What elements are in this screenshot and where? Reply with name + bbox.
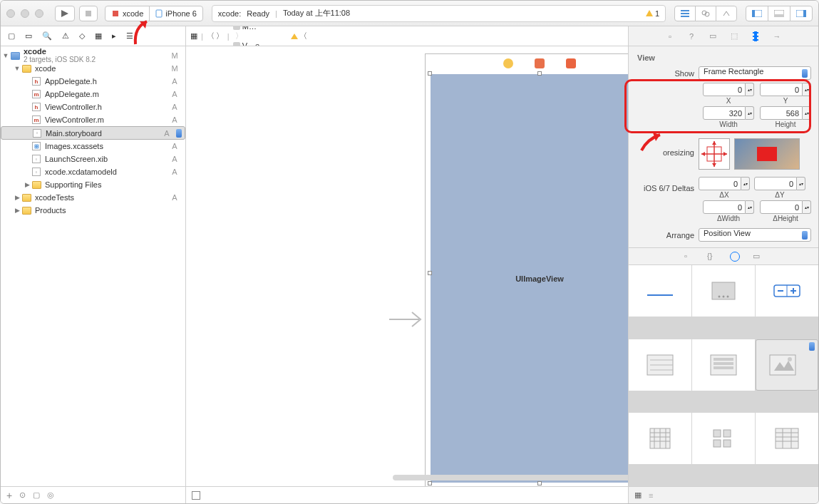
- toggle-navigator-button[interactable]: [746, 6, 768, 21]
- file-template-lib-icon[interactable]: ▫: [684, 252, 694, 262]
- lib-view-list-icon[interactable]: ≡: [649, 491, 653, 500]
- dw-input[interactable]: [703, 200, 746, 214]
- scm-status: A: [170, 168, 180, 176]
- tree-row[interactable]: ⊞Images.xcassetsA: [1, 140, 185, 153]
- dh-stepper[interactable]: ▴▾: [760, 200, 811, 214]
- connections-inspector-icon[interactable]: →: [772, 31, 782, 41]
- destination-selector[interactable]: iPhone 6: [149, 6, 202, 21]
- standard-editor-button[interactable]: [674, 6, 696, 21]
- autoresizing-control[interactable]: [699, 138, 730, 170]
- test-nav-icon[interactable]: ◇: [79, 31, 85, 41]
- interface-builder-canvas[interactable]: UIImageView View Contro UIImageVi: [186, 46, 628, 486]
- tree-row[interactable]: hAppDelegate.hA: [1, 75, 185, 88]
- filter-recent-icon[interactable]: ⊙: [19, 490, 26, 500]
- file-icon: m: [31, 88, 42, 100]
- report-nav-icon[interactable]: ☰: [126, 31, 133, 41]
- related-items-icon[interactable]: ▦: [190, 31, 197, 41]
- height-stepper[interactable]: ▴▾: [760, 106, 811, 120]
- dy-input[interactable]: [754, 177, 797, 190]
- horizontal-scrollbar[interactable]: [393, 475, 628, 480]
- file-icon: [21, 192, 32, 203]
- x-stepper[interactable]: ▴▾: [703, 83, 754, 96]
- debug-nav-icon[interactable]: ▦: [95, 31, 102, 41]
- root-view-1[interactable]: UIImageView: [431, 74, 628, 483]
- breadcrumb-item[interactable]: V…e: [233, 41, 283, 46]
- navigator-tabs: ▢ ▭ 🔍 ⚠ ◇ ▦ ▸ ☰: [1, 26, 185, 46]
- code-snippet-lib-icon[interactable]: {}: [707, 252, 717, 262]
- run-button[interactable]: [55, 6, 75, 21]
- tree-row[interactable]: ▫LaunchScreen.xibA: [1, 153, 185, 165]
- lib-item-tableview[interactable]: [629, 413, 691, 464]
- file-inspector-icon[interactable]: ▫: [665, 31, 675, 41]
- tree-row[interactable]: ▫xcode.xcdatamodeldA: [1, 165, 185, 178]
- height-input[interactable]: [760, 106, 803, 120]
- symbol-nav-icon[interactable]: ▭: [25, 31, 32, 41]
- stop-button[interactable]: [79, 6, 98, 21]
- close-dot[interactable]: [6, 9, 15, 18]
- dx-stepper[interactable]: ▴▾: [699, 177, 750, 190]
- quick-help-icon[interactable]: ?: [686, 31, 696, 41]
- filter-scm-icon[interactable]: ▢: [33, 490, 40, 500]
- breakpoint-nav-icon[interactable]: ▸: [112, 31, 116, 41]
- media-lib-icon[interactable]: ▭: [753, 252, 763, 262]
- identity-inspector-icon[interactable]: ▭: [708, 31, 718, 41]
- show-select[interactable]: Frame Rectangle: [699, 66, 811, 80]
- filter-icon[interactable]: ◎: [47, 490, 54, 500]
- tree-row[interactable]: ▶Supporting Files: [1, 178, 185, 191]
- lib-item-label[interactable]: [629, 265, 691, 317]
- jump-nav-prev-icon[interactable]: 〈: [299, 31, 307, 41]
- tree-row[interactable]: mAppDelegate.mA: [1, 88, 185, 101]
- tree-row[interactable]: mViewController.mA: [1, 113, 185, 126]
- tree-row[interactable]: ▼xcodeM: [1, 62, 185, 75]
- scheme-selector[interactable]: xcode: [105, 6, 150, 21]
- width-stepper[interactable]: ▴▾: [703, 106, 754, 120]
- toggle-utilities-button[interactable]: [790, 6, 813, 21]
- toggle-debug-button[interactable]: [768, 6, 790, 21]
- dx-input[interactable]: [699, 177, 741, 190]
- lib-item-textfield[interactable]: [629, 339, 691, 391]
- project-tree[interactable]: ▼ xcode 2 targets, iOS SDK 8.2 M ▼xcodeM…: [1, 46, 185, 486]
- lib-item-imageview[interactable]: [756, 339, 818, 391]
- dx-label: ΔX: [719, 191, 728, 199]
- tree-row[interactable]: ▫Main.storyboardA: [1, 126, 185, 140]
- back-button[interactable]: 〈: [207, 31, 215, 41]
- y-stepper[interactable]: ▴▾: [760, 83, 811, 96]
- object-lib-icon[interactable]: [730, 252, 740, 262]
- lib-item-segmented[interactable]: [756, 265, 818, 317]
- file-label: ViewController.h: [45, 103, 170, 111]
- project-nav-icon[interactable]: ▢: [8, 31, 15, 41]
- view-controller-scene-1[interactable]: UIImageView: [425, 53, 628, 486]
- library-grid[interactable]: [629, 265, 818, 486]
- issue-nav-icon[interactable]: ⚠: [62, 31, 69, 41]
- jump-bar[interactable]: ▦ | 〈 〉 | xcode〉 x…〉 M…〉 M…〉 V…e〉 V…r〉 V…: [186, 26, 628, 46]
- lib-item-picker[interactable]: [756, 413, 818, 464]
- dy-stepper[interactable]: ▴▾: [754, 177, 805, 190]
- min-dot[interactable]: [21, 9, 29, 18]
- warning-indicator[interactable]: 1: [646, 9, 659, 18]
- dh-input[interactable]: [760, 200, 803, 214]
- find-nav-icon[interactable]: 🔍: [42, 31, 52, 41]
- dw-stepper[interactable]: ▴▾: [703, 200, 754, 214]
- lib-item-collectionview[interactable]: [692, 413, 755, 464]
- lib-item-slider[interactable]: [692, 339, 755, 391]
- attributes-inspector-icon[interactable]: ⬚: [729, 31, 739, 41]
- lib-item-button[interactable]: [692, 265, 755, 317]
- breadcrumb-item[interactable]: M…: [233, 26, 283, 31]
- jump-warning-icon[interactable]: [291, 34, 298, 39]
- add-button[interactable]: +: [6, 490, 12, 501]
- zoom-dot[interactable]: [35, 9, 43, 18]
- size-inspector-icon[interactable]: [751, 31, 761, 41]
- tree-row[interactable]: hViewController.hA: [1, 101, 185, 113]
- project-root-row[interactable]: ▼ xcode 2 targets, iOS SDK 8.2 M: [1, 49, 185, 62]
- arrange-select[interactable]: Position View: [699, 228, 811, 242]
- assistant-editor-button[interactable]: [695, 6, 716, 21]
- tree-row[interactable]: ▶Products: [1, 204, 185, 217]
- tree-row[interactable]: ▶xcodeTestsA: [1, 191, 185, 204]
- version-editor-button[interactable]: [716, 6, 737, 21]
- y-input[interactable]: [760, 83, 803, 96]
- forward-button[interactable]: 〉: [216, 31, 224, 41]
- x-input[interactable]: [703, 83, 746, 96]
- document-outline-toggle[interactable]: [192, 491, 200, 500]
- width-input[interactable]: [703, 106, 746, 120]
- lib-view-grid-icon[interactable]: ▦: [634, 490, 642, 500]
